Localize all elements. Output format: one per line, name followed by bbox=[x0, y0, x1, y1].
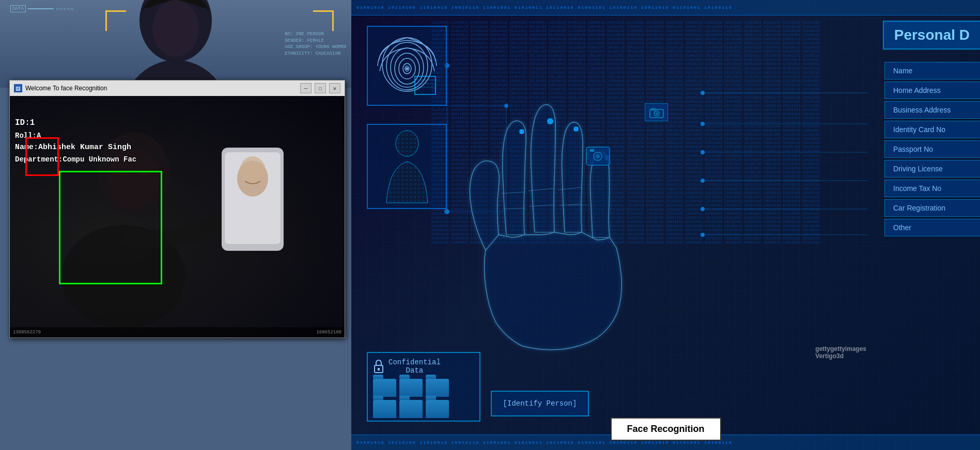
getty-images: gettyimages bbox=[830, 345, 866, 352]
label-passport-no[interactable]: Passport No bbox=[884, 140, 980, 158]
maximize-button[interactable]: ☐ bbox=[315, 83, 326, 93]
label-identity-card-no[interactable]: Identity Card No bbox=[884, 121, 980, 138]
svg-point-1 bbox=[152, 0, 199, 57]
person-silhouette-top bbox=[98, 0, 253, 88]
personal-data-title: Personal D bbox=[883, 21, 980, 50]
scan-ethnicity: ETHNICITY: CAUCASIAN bbox=[285, 51, 346, 57]
scan-gender: GENDER: FEMALE bbox=[285, 38, 346, 44]
confidential-box: ConfidentialData bbox=[367, 352, 480, 422]
label-business-address[interactable]: Business Address bbox=[884, 101, 980, 119]
hud-wave: ∿∿∿∿∿ bbox=[56, 7, 74, 11]
folder-icon-5 bbox=[399, 400, 423, 418]
folder-row-1 bbox=[373, 379, 474, 397]
window-titlebar: 🖼 Welcome To face Recognition — ☐ ✕ bbox=[10, 81, 345, 96]
label-name[interactable]: Name bbox=[884, 62, 980, 79]
getty-bold: getty bbox=[815, 345, 830, 352]
face-recognition-label: Face Recognition bbox=[610, 417, 721, 441]
svg-point-39 bbox=[382, 38, 432, 91]
overlay-id: ID:1 bbox=[15, 117, 136, 130]
info-labels: Name Home Address Business Address Ident… bbox=[884, 62, 980, 236]
lock-icon bbox=[373, 359, 384, 374]
hud-line bbox=[28, 8, 54, 9]
window-app-icon: 🖼 bbox=[14, 84, 22, 92]
hud-overlay: DATA ∿∿∿∿∿ bbox=[10, 5, 74, 12]
right-panel: 01001010 10110100 11010010 10010110 1100… bbox=[351, 0, 980, 450]
conf-title: ConfidentialData bbox=[388, 358, 441, 375]
minimize-button[interactable]: — bbox=[300, 83, 312, 93]
folder-icon-1 bbox=[373, 379, 396, 397]
binary-strip-top: 01001010 10110100 11010010 10010110 1100… bbox=[351, 0, 980, 15]
conf-header: ConfidentialData bbox=[373, 358, 474, 375]
folder-icon-2 bbox=[399, 379, 423, 397]
label-home-address[interactable]: Home Address bbox=[884, 82, 980, 99]
person-figure-inner-svg: 1 0 bbox=[374, 128, 441, 205]
getty-sub: Vertigo3d bbox=[815, 352, 844, 360]
close-button[interactable]: ✕ bbox=[329, 83, 340, 93]
svg-point-41 bbox=[406, 68, 408, 70]
corner-bracket-tr bbox=[313, 10, 334, 31]
bottom-number2: 168652160 bbox=[316, 330, 341, 335]
folder-icon-4 bbox=[373, 400, 396, 418]
bottom-number: 1398562279 bbox=[13, 330, 41, 335]
scan-info: NO: ONE PERSON GENDER: FEMALE AGE GROUP:… bbox=[285, 31, 346, 57]
folder-row-2 bbox=[373, 400, 474, 418]
svg-text:🖼: 🖼 bbox=[15, 86, 20, 91]
fingerprint-svg bbox=[374, 33, 441, 100]
label-income-tax-no[interactable]: Income Tax No bbox=[884, 180, 980, 197]
folder-icon-3 bbox=[426, 379, 449, 397]
hand-binary-bg: 10110100 11010010 01001010 10010110 1100… bbox=[431, 21, 879, 432]
label-car-registration[interactable]: Car Registration bbox=[884, 199, 980, 217]
bottom-status-bar: 1398562279 168652160 bbox=[10, 327, 345, 338]
window-controls: — ☐ ✕ bbox=[300, 83, 340, 93]
camera-feed: ID:1 Roll:A Name:Abhishek Kumar Singh De… bbox=[10, 96, 345, 338]
face-box-red bbox=[25, 137, 59, 176]
window-title: Welcome To face Recognition bbox=[25, 85, 297, 92]
getty-watermark: gettygettyimages Vertigo3d bbox=[815, 345, 866, 360]
identify-person-button[interactable]: [Identify Person] bbox=[491, 391, 589, 416]
binary-text-bottom: 01001010 10110100 11010010 10010110 1100… bbox=[356, 440, 733, 445]
app-window: 🖼 Welcome To face Recognition — ☐ ✕ bbox=[9, 80, 345, 338]
camera-top-area: DATA ∿∿∿∿∿ NO: ONE PERSON GENDER: FEMALE… bbox=[0, 0, 351, 88]
svg-point-14 bbox=[240, 156, 266, 185]
svg-rect-70 bbox=[378, 368, 380, 371]
binary-text-top: 01001010 10110100 11010010 10010110 1100… bbox=[356, 5, 733, 10]
hud-bar: DATA ∿∿∿∿∿ bbox=[10, 5, 74, 12]
label-driving-license[interactable]: Driving License bbox=[884, 160, 980, 178]
label-other[interactable]: Other bbox=[884, 219, 980, 236]
scan-age: AGE GROUP: YOUNG WOMEN bbox=[285, 44, 346, 51]
left-panel: DATA ∿∿∿∿∿ NO: ONE PERSON GENDER: FEMALE… bbox=[0, 0, 351, 450]
scan-no: NO: ONE PERSON bbox=[285, 31, 346, 38]
folder-icon-6 bbox=[426, 400, 449, 418]
hud-data-label: DATA bbox=[10, 5, 26, 12]
camera-icon-right bbox=[645, 103, 668, 121]
svg-point-67 bbox=[655, 112, 658, 115]
face-box-green bbox=[59, 171, 162, 284]
